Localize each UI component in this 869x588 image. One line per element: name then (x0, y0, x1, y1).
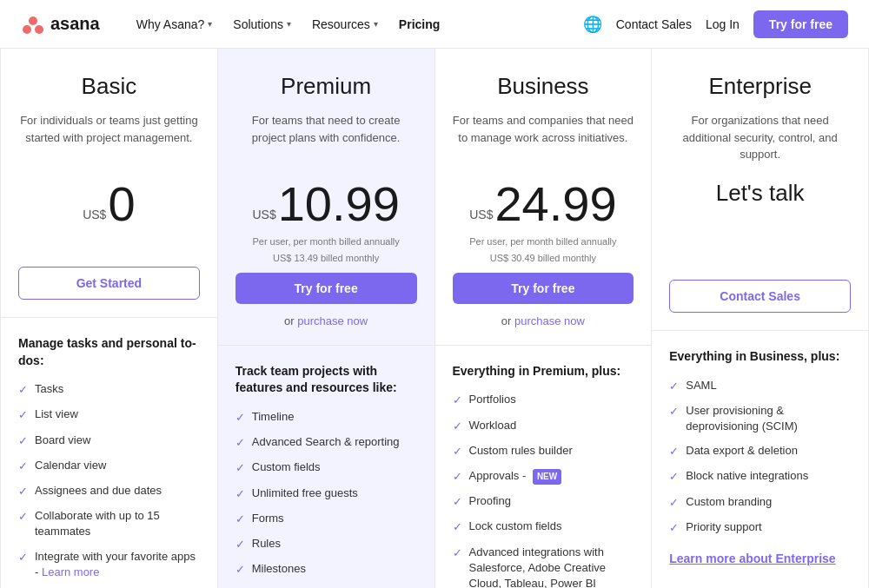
list-item: ✓ Board view (18, 433, 200, 449)
premium-plan-desc: For teams that need to create project pl… (235, 112, 417, 164)
list-item: ✓ Approvals - NEW (453, 468, 634, 485)
list-item: ✓ Data export & deletion (669, 443, 851, 459)
premium-price-amount: 10.99 (278, 180, 400, 228)
premium-try-free-button[interactable]: Try for free (235, 273, 417, 304)
enterprise-price-amount: Let's talk (716, 180, 805, 207)
check-icon: ✓ (18, 550, 28, 565)
check-icon: ✓ (669, 520, 679, 536)
nav-login-button[interactable]: Log In (706, 17, 740, 31)
premium-plan-name: Premium (235, 73, 417, 100)
plan-basic: Basic For individuals or teams just gett… (1, 49, 218, 588)
list-item: ✓ Timeline (235, 409, 417, 426)
list-item: ✓ Unlimited free guests (235, 486, 417, 502)
logo[interactable]: asana (21, 12, 100, 36)
business-feature-list: ✓ Portfolios ✓ Workload ✓ Custom rules b… (453, 392, 634, 588)
list-item: ✓ Collaborate with up to 15 teammates (18, 508, 200, 539)
enterprise-feature-list: ✓ SAML ✓ User provisioning & deprovision… (669, 378, 851, 536)
list-item: ✓ Assignees and due dates (18, 483, 200, 499)
check-icon: ✓ (453, 419, 462, 434)
nav-contact-sales[interactable]: Contact Sales (616, 17, 692, 31)
enterprise-learn-more-link[interactable]: Learn more about Enterprise (669, 552, 835, 565)
check-icon: ✓ (453, 444, 462, 459)
list-item: ✓ Tasks (18, 381, 200, 398)
basic-learn-more-link[interactable]: Learn more (42, 565, 99, 578)
check-icon: ✓ (235, 460, 245, 476)
check-icon: ✓ (453, 469, 462, 485)
check-icon: ✓ (18, 459, 28, 474)
list-item: ✓ User provisioning & deprovisioning (SC… (669, 403, 851, 434)
enterprise-plan-name: Enterprise (669, 73, 851, 100)
business-price-amount: 24.99 (494, 180, 616, 228)
enterprise-contact-sales-button[interactable]: Contact Sales (669, 280, 851, 313)
check-icon: ✓ (18, 407, 28, 423)
basic-get-started-button[interactable]: Get Started (18, 267, 200, 300)
list-item: ✓ Custom branding (669, 494, 851, 511)
list-item: ✓ Proofing (453, 493, 634, 510)
list-item: ✓ Advanced Search & reporting (235, 434, 417, 451)
basic-price-row: US$ 0 (18, 180, 200, 228)
check-icon: ✓ (18, 382, 28, 398)
check-icon: ✓ (235, 562, 245, 578)
business-purchase-now: or purchase now (453, 314, 634, 327)
enterprise-price-row: Let's talk (669, 180, 851, 241)
business-price-currency: US$ (469, 208, 493, 228)
nav-solutions[interactable]: Solutions ▾ (224, 12, 300, 36)
premium-price-note1: Per user, per month billed annually (235, 235, 417, 248)
list-item: ✓ Lock custom fields (453, 519, 634, 535)
premium-price-currency: US$ (252, 208, 275, 228)
enterprise-cta-area: Contact Sales (669, 280, 851, 313)
check-icon: ✓ (18, 484, 28, 499)
nav-links: Why Asana? ▾ Solutions ▾ Resources ▾ Pri… (128, 12, 449, 36)
check-icon: ✓ (453, 545, 462, 561)
check-icon: ✓ (453, 494, 462, 510)
svg-point-0 (29, 17, 37, 25)
list-item: ✓ Integrate with your favorite apps - Le… (18, 549, 200, 580)
chevron-down-icon: ▾ (374, 19, 378, 29)
enterprise-features-header: Everything in Business, plus: (669, 348, 851, 366)
enterprise-plan-desc: For organizations that need additional s… (669, 112, 851, 164)
business-purchase-link[interactable]: purchase now (514, 314, 585, 327)
basic-price-amount: 0 (108, 180, 135, 228)
check-icon: ✓ (235, 486, 245, 502)
premium-price-note2: US$ 13.49 billed monthly (235, 252, 417, 265)
navbar: asana Why Asana? ▾ Solutions ▾ Resources… (0, 0, 869, 49)
list-item: ✓ Workload (453, 418, 634, 434)
nav-right: 🌐 Contact Sales Log In Try for free (583, 10, 848, 38)
business-cta-area: Try for free (453, 273, 634, 304)
asana-logo-icon (21, 12, 45, 36)
basic-feature-list: ✓ Tasks ✓ List view ✓ Board view ✓ Calen… (18, 381, 200, 580)
basic-features-header: Manage tasks and personal to-dos: (18, 335, 200, 369)
business-try-free-button[interactable]: Try for free (453, 273, 634, 304)
basic-plan-name: Basic (18, 73, 200, 100)
pricing-grid: Basic For individuals or teams just gett… (0, 49, 869, 588)
nav-pricing[interactable]: Pricing (390, 12, 448, 36)
list-item: ✓ Custom fields (235, 459, 417, 476)
plan-business: Business For teams and companies that ne… (435, 49, 653, 588)
check-icon: ✓ (669, 444, 679, 459)
nav-try-button[interactable]: Try for free (753, 10, 848, 38)
check-icon: ✓ (18, 433, 28, 449)
new-badge: NEW (533, 469, 561, 485)
svg-point-1 (23, 25, 31, 34)
nav-why-asana[interactable]: Why Asana? ▾ (128, 12, 222, 36)
list-item: ✓ Portfolios (453, 392, 634, 408)
list-item: ✓ Milestones (235, 561, 417, 578)
check-icon: ✓ (235, 410, 245, 426)
plan-enterprise: Enterprise For organizations that need a… (652, 49, 869, 588)
svg-point-2 (35, 25, 43, 34)
premium-divider (218, 345, 434, 346)
nav-resources[interactable]: Resources ▾ (303, 12, 387, 36)
nav-left: asana Why Asana? ▾ Solutions ▾ Resources… (21, 12, 448, 36)
premium-feature-list: ✓ Timeline ✓ Advanced Search & reporting… (235, 409, 417, 588)
check-icon: ✓ (235, 435, 245, 451)
globe-icon[interactable]: 🌐 (583, 15, 602, 34)
business-price-row: US$ 24.99 (453, 180, 634, 228)
chevron-down-icon: ▾ (208, 19, 212, 29)
premium-cta-area: Try for free (235, 273, 417, 304)
list-item: ✓ Priority support (669, 519, 851, 536)
check-icon: ✓ (453, 393, 462, 408)
plan-premium: Premium For teams that need to create pr… (218, 49, 435, 588)
check-icon: ✓ (669, 404, 679, 420)
list-item: ✓ Forms (235, 511, 417, 527)
premium-purchase-link[interactable]: purchase now (297, 314, 368, 327)
